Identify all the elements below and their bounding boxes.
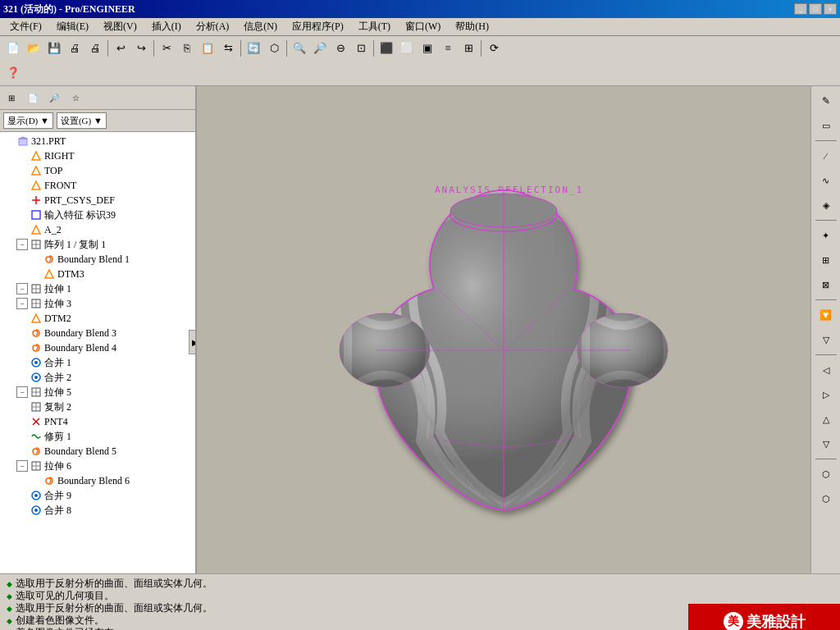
tree-item[interactable]: PRT_CSYS_DEF xyxy=(2,193,194,208)
rt-btn-4[interactable]: ∿ xyxy=(815,169,838,192)
menu-applications[interactable]: 应用程序(P) xyxy=(285,18,350,35)
tree-item[interactable]: −阵列 1 / 复制 1 xyxy=(2,237,194,252)
tree-item[interactable]: PNT4 xyxy=(2,414,194,429)
rt-btn-9[interactable]: 🔽 xyxy=(815,304,838,326)
rt-btn-8[interactable]: ⊠ xyxy=(815,273,838,296)
tree-item[interactable]: −拉伸 6 xyxy=(2,459,194,473)
tree-item-label: 合并 9 xyxy=(44,489,71,502)
help-btn[interactable]: ❓ xyxy=(3,63,23,83)
rt-btn-10[interactable]: ▽ xyxy=(815,328,838,351)
tree-item[interactable]: Boundary Blend 6 xyxy=(2,473,194,488)
window-controls[interactable]: _ □ × xyxy=(794,3,837,15)
repaint-btn[interactable]: 🔄 xyxy=(244,39,263,58)
hidden-btn[interactable]: ▣ xyxy=(418,39,437,58)
viewport[interactable]: ANALYSIS_REFLECTION_1 xyxy=(197,86,810,573)
close-btn[interactable]: × xyxy=(824,3,837,15)
rt-btn-2[interactable]: ▭ xyxy=(815,114,838,137)
tree-item-icon xyxy=(43,474,56,487)
menu-edit[interactable]: 编辑(E) xyxy=(50,18,95,35)
tree-item[interactable]: Boundary Blend 1 xyxy=(2,252,194,267)
menu-analysis[interactable]: 分析(A) xyxy=(189,18,236,35)
rt-btn-13[interactable]: △ xyxy=(815,408,838,431)
tree-icon4[interactable]: ☆ xyxy=(66,88,85,107)
tree-item[interactable]: 合并 2 xyxy=(2,370,194,385)
tree-item[interactable]: 321.PRT xyxy=(2,134,194,148)
tree-expand-btn[interactable]: − xyxy=(16,298,28,309)
tree-item[interactable]: Boundary Blend 5 xyxy=(2,444,194,459)
menu-help[interactable]: 帮助(H) xyxy=(449,18,495,35)
tree-expand-btn[interactable]: − xyxy=(16,283,28,294)
zoom-out-btn[interactable]: ⊖ xyxy=(331,39,350,58)
svg-rect-0 xyxy=(19,139,27,145)
tree-item[interactable]: RIGHT xyxy=(2,148,194,163)
mirror-btn[interactable]: ⇆ xyxy=(218,39,238,58)
rt-btn-3[interactable]: ∕ xyxy=(815,144,838,167)
rt-btn-16[interactable]: ⬡ xyxy=(815,487,838,510)
zoom-btn[interactable]: 🔍 xyxy=(290,39,309,58)
menu-insert[interactable]: 插入(I) xyxy=(145,18,188,35)
rt-btn-1[interactable]: ✎ xyxy=(815,89,838,112)
menu-info[interactable]: 信息(N) xyxy=(237,18,284,35)
tree-item[interactable]: Boundary Blend 3 xyxy=(2,326,194,340)
tree-expand-btn[interactable]: − xyxy=(16,386,28,398)
tree-item[interactable]: 合并 8 xyxy=(2,503,194,518)
rt-btn-15[interactable]: ⬡ xyxy=(815,463,838,486)
tree-expand-btn[interactable]: − xyxy=(16,239,28,250)
zoom-in-btn[interactable]: 🔎 xyxy=(310,39,330,58)
redo-btn[interactable]: ↪ xyxy=(131,39,151,58)
view2-btn[interactable]: ⊞ xyxy=(459,39,478,58)
tree-icon1[interactable]: ⊞ xyxy=(2,88,21,107)
display-dropdown[interactable]: 显示(D) ▼ xyxy=(3,112,53,129)
fit-btn[interactable]: ⊡ xyxy=(351,39,371,58)
paste-btn[interactable]: 📋 xyxy=(198,39,217,58)
menu-window[interactable]: 窗口(W) xyxy=(399,18,447,35)
print2-btn[interactable]: 🖨 xyxy=(85,39,105,58)
tree-item[interactable]: Boundary Blend 4 xyxy=(2,340,194,355)
menu-view[interactable]: 视图(V) xyxy=(97,18,144,35)
menu-file[interactable]: 文件(F) xyxy=(3,18,48,35)
tree-item[interactable]: −拉伸 5 xyxy=(2,385,194,399)
tree-expand-btn[interactable]: − xyxy=(16,460,28,472)
layer-btn[interactable]: ≡ xyxy=(438,39,458,58)
save-btn[interactable]: 💾 xyxy=(44,39,64,58)
undo-btn[interactable]: ↩ xyxy=(111,39,130,58)
tree-item[interactable]: 合并 1 xyxy=(2,355,194,370)
svg-point-38 xyxy=(34,509,38,512)
print-btn[interactable]: 🖨 xyxy=(65,39,84,58)
rt-btn-7[interactable]: ⊞ xyxy=(815,249,838,272)
rt-btn-11[interactable]: ◁ xyxy=(815,358,838,381)
tree-item[interactable]: 输入特征 标识39 xyxy=(2,208,194,222)
panel-expand-btn[interactable]: ▶ xyxy=(189,330,197,354)
tree-item[interactable]: 合并 9 xyxy=(2,488,194,503)
wire-btn[interactable]: ⬜ xyxy=(397,39,417,58)
tree-item[interactable]: FRONT xyxy=(2,178,194,193)
rt-btn-6[interactable]: ✦ xyxy=(815,224,838,247)
rt-btn-5[interactable]: ◈ xyxy=(815,194,838,217)
copy-btn[interactable]: ⎘ xyxy=(177,39,197,58)
tree-item[interactable]: 复制 2 xyxy=(2,399,194,414)
tree-item[interactable]: DTM3 xyxy=(2,267,194,281)
shade-btn[interactable]: ⬛ xyxy=(377,39,396,58)
tree-item[interactable]: −拉伸 1 xyxy=(2,281,194,296)
tree-item[interactable]: DTM2 xyxy=(2,311,194,326)
open-btn[interactable]: 📂 xyxy=(24,39,43,58)
rt-btn-12[interactable]: ▷ xyxy=(815,383,838,406)
rt-btn-14[interactable]: ▽ xyxy=(815,432,838,455)
new-btn[interactable]: 📄 xyxy=(3,39,23,58)
rt-sep-4 xyxy=(815,354,837,355)
3d-btn[interactable]: ⬡ xyxy=(264,39,284,58)
tree-item[interactable]: −拉伸 3 xyxy=(2,296,194,311)
tree-icon3[interactable]: 🔎 xyxy=(44,88,64,107)
tree-icon2[interactable]: 📄 xyxy=(23,88,43,107)
tree-item-icon xyxy=(30,371,43,384)
tree-item-icon xyxy=(30,312,43,325)
menu-tools[interactable]: 工具(T) xyxy=(352,18,397,35)
cut-btn[interactable]: ✂ xyxy=(157,39,176,58)
maximize-btn[interactable]: □ xyxy=(809,3,822,15)
tree-item[interactable]: 修剪 1 xyxy=(2,429,194,444)
minimize-btn[interactable]: _ xyxy=(794,3,807,15)
settings-dropdown[interactable]: 设置(G) ▼ xyxy=(57,112,107,129)
tree-item[interactable]: A_2 xyxy=(2,222,194,237)
tree-item[interactable]: TOP xyxy=(2,163,194,178)
orient-btn[interactable]: ⟳ xyxy=(484,39,504,58)
